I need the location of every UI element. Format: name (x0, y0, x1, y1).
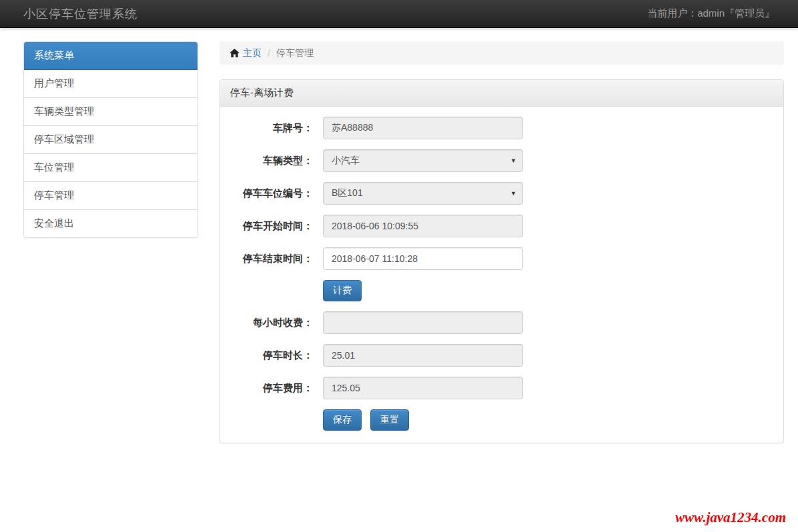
chevron-down-icon: ▼ (510, 157, 516, 164)
plate-input (323, 117, 523, 139)
hourly-fee-input (323, 311, 523, 334)
fee-label: 停车费用： (230, 377, 313, 399)
start-time-label: 停车开始时间： (230, 215, 313, 237)
reset-button[interactable]: 重置 (370, 409, 409, 431)
current-user-text: 当前用户：admin『管理员』 (647, 7, 775, 20)
space-no-value: B区101 (332, 187, 363, 199)
duration-row: 停车时长： (230, 344, 773, 367)
duration-label: 停车时长： (230, 344, 313, 367)
sidebar-item-user-management[interactable]: 用户管理 (24, 70, 197, 98)
breadcrumb-separator: / (268, 48, 270, 59)
vehicle-type-select[interactable]: 小汽车 ▼ (323, 149, 523, 172)
sidebar-item-parking-management[interactable]: 停车管理 (24, 182, 197, 210)
breadcrumb-home-link[interactable]: 主页 (243, 47, 262, 59)
app-title: 小区停车位管理系统 (23, 6, 137, 22)
duration-input (323, 344, 523, 367)
vehicle-type-value: 小汽车 (332, 155, 360, 167)
end-time-label: 停车结束时间： (230, 247, 313, 270)
space-no-label: 停车车位编号： (230, 182, 313, 205)
space-no-row: 停车车位编号： B区101 ▼ (230, 182, 773, 205)
sidebar-item-parking-area-management[interactable]: 停车区域管理 (24, 126, 197, 154)
vehicle-type-label: 车辆类型： (230, 149, 313, 172)
action-buttons-row: 保存 重置 (230, 409, 773, 431)
top-navbar: 小区停车位管理系统 当前用户：admin『管理员』 (0, 0, 798, 28)
chevron-down-icon: ▼ (510, 190, 516, 197)
plate-label: 车牌号： (230, 117, 313, 139)
end-time-input[interactable] (323, 247, 523, 270)
fee-row: 停车费用： (230, 377, 773, 399)
breadcrumb: 主页 / 停车管理 (220, 41, 784, 65)
billing-form: 车牌号： 车辆类型： 小汽车 ▼ 停车车位编号： (220, 107, 783, 443)
sidebar-header: 系统菜单 (24, 42, 197, 70)
page-layout: 系统菜单 用户管理 车辆类型管理 停车区域管理 车位管理 停车管理 安全退出 主… (0, 28, 798, 443)
home-icon (230, 49, 240, 58)
start-time-input (323, 215, 523, 237)
fee-input (323, 377, 523, 399)
end-time-row: 停车结束时间： (230, 247, 773, 270)
panel-title: 停车-离场计费 (220, 80, 783, 107)
plate-row: 车牌号： (230, 117, 773, 139)
checkout-billing-panel: 停车-离场计费 车牌号： 车辆类型： 小汽车 ▼ (220, 79, 784, 443)
start-time-row: 停车开始时间： (230, 215, 773, 237)
sidebar: 系统菜单 用户管理 车辆类型管理 停车区域管理 车位管理 停车管理 安全退出 (23, 41, 198, 238)
sidebar-item-parking-space-management[interactable]: 车位管理 (24, 154, 197, 182)
space-no-select[interactable]: B区101 ▼ (323, 182, 523, 205)
breadcrumb-current: 停车管理 (276, 47, 314, 59)
sidebar-item-logout[interactable]: 安全退出 (24, 210, 197, 237)
save-button[interactable]: 保存 (323, 409, 362, 431)
site-watermark: www.java1234.com (675, 509, 786, 526)
vehicle-type-row: 车辆类型： 小汽车 ▼ (230, 149, 773, 172)
calc-button-row: 计费 (230, 280, 773, 301)
sidebar-item-vehicle-type-management[interactable]: 车辆类型管理 (24, 98, 197, 126)
calculate-fee-button[interactable]: 计费 (323, 280, 362, 301)
sidebar-menu: 用户管理 车辆类型管理 停车区域管理 车位管理 停车管理 安全退出 (24, 70, 197, 237)
hourly-fee-label: 每小时收费： (230, 311, 313, 334)
hourly-fee-row: 每小时收费： (230, 311, 773, 334)
main-content: 主页 / 停车管理 停车-离场计费 车牌号： 车辆类型： 小汽车 (220, 41, 784, 443)
